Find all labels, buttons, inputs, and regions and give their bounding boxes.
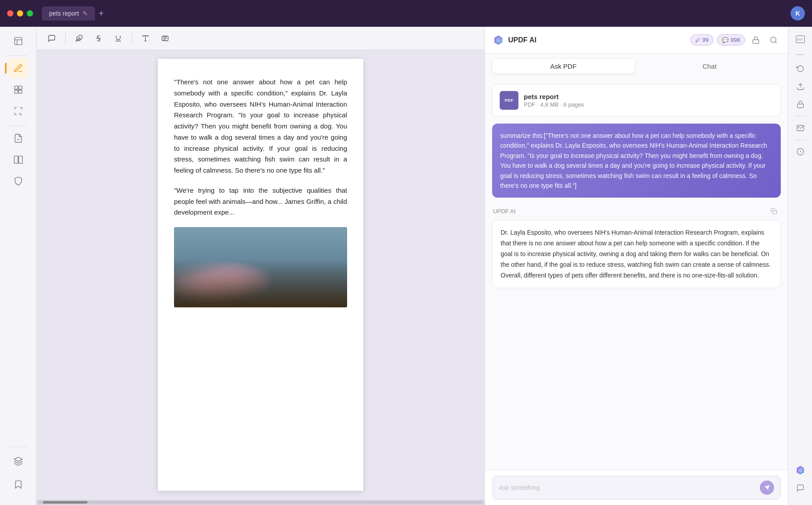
- pdf-container: "There's not one answer about how a pet …: [37, 27, 485, 505]
- pdf-page: "There's not one answer about how a pet …: [158, 59, 363, 491]
- right-icon-refresh[interactable]: [792, 61, 808, 77]
- toolbar-strikethrough-btn[interactable]: [91, 30, 107, 46]
- ai-credit-badge-1: 🖊 99: [690, 34, 713, 46]
- pdf-paragraph-1: "There's not one answer about how a pet …: [174, 77, 347, 176]
- right-icon-ocr[interactable]: OCR: [792, 31, 808, 47]
- sidebar-icon-organize[interactable]: [8, 80, 28, 99]
- svg-rect-3: [14, 86, 17, 89]
- toolbar-text-btn[interactable]: [137, 30, 153, 46]
- sidebar-icon-reader[interactable]: [8, 31, 28, 51]
- right-minus-1: —: [796, 50, 804, 58]
- sidebar-icon-annotate[interactable]: [8, 58, 28, 78]
- credit1-icon: 🖊: [695, 37, 700, 43]
- ai-panel: UPDF AI 🖊 99 💬 998: [485, 27, 788, 505]
- updf-ai-icon: [492, 34, 505, 46]
- ai-tabs: Ask PDF Chat: [485, 54, 788, 79]
- minimize-button[interactable]: [17, 10, 23, 17]
- svg-marker-10: [14, 457, 22, 461]
- right-icon-chat[interactable]: [792, 480, 808, 496]
- svg-rect-24: [773, 210, 776, 214]
- pdf-image-flowers: [174, 227, 347, 307]
- toolbar-divider-2: [132, 33, 132, 44]
- svg-line-23: [775, 41, 776, 43]
- toolbar-comment-btn[interactable]: [44, 30, 60, 46]
- left-sidebar: [0, 27, 37, 505]
- toolbar-divider-1: [65, 33, 66, 44]
- ai-credit-badge-2: 💬 998: [717, 34, 745, 46]
- titlebar: pets report ✎ + K: [0, 0, 812, 27]
- ai-file-meta: PDF · 4,8 MB · 6 pages: [524, 101, 773, 108]
- ai-response-container: UPDF AI Dr. Layla Esposito, who oversees…: [492, 205, 781, 288]
- ai-copy-button[interactable]: [767, 205, 780, 217]
- user-avatar[interactable]: K: [791, 6, 805, 21]
- sidebar-icon-extract[interactable]: [8, 128, 28, 148]
- right-icon-save[interactable]: [792, 144, 808, 160]
- sidebar-icon-redact[interactable]: [8, 171, 28, 191]
- ai-input-field[interactable]: [499, 484, 755, 491]
- sidebar-icon-merge[interactable]: [8, 101, 28, 121]
- ai-messages[interactable]: PDF pets report PDF · 4,8 MB · 6 pages s…: [485, 79, 788, 470]
- user-message: summarize this:["There's not one answer …: [492, 124, 781, 198]
- ai-header-right: 🖊 99 💬 998: [690, 33, 781, 47]
- credit1-value: 99: [702, 37, 708, 43]
- pdf-scrollbar-thumb[interactable]: [43, 501, 87, 504]
- right-divider-2: [794, 140, 807, 140]
- sidebar-icon-layers[interactable]: [8, 451, 28, 471]
- pdf-paragraph-2: "We're trying to tap into the subjective…: [174, 185, 347, 218]
- close-button[interactable]: [7, 10, 13, 17]
- toolbar-textbox-btn[interactable]: [157, 30, 173, 46]
- sidebar-divider-3: [9, 447, 27, 447]
- ai-input-area: [485, 470, 788, 505]
- credit2-value: 998: [730, 37, 740, 43]
- pdf-scrollbar-track: [38, 501, 483, 504]
- svg-point-22: [771, 37, 776, 42]
- svg-rect-8: [14, 156, 17, 164]
- right-icon-updf-logo[interactable]: [792, 462, 808, 478]
- right-sidebar: OCR —: [788, 27, 812, 505]
- toolbar-pen-btn[interactable]: [71, 30, 87, 46]
- pdf-scroll-area[interactable]: "There's not one answer about how a pet …: [37, 50, 485, 500]
- add-tab-button[interactable]: +: [99, 9, 104, 18]
- ai-file-card: PDF pets report PDF · 4,8 MB · 6 pages: [492, 84, 781, 116]
- tab-area: pets report ✎ +: [42, 6, 104, 21]
- svg-rect-0: [14, 37, 22, 45]
- sidebar-divider-2: [9, 125, 27, 126]
- svg-rect-21: [753, 40, 759, 43]
- sidebar-icon-compare[interactable]: [8, 150, 28, 170]
- tab-chat[interactable]: Chat: [638, 59, 781, 74]
- ai-response-label: UPDF AI: [493, 208, 516, 215]
- window-controls: [7, 10, 33, 17]
- ai-input-wrapper: [492, 476, 781, 500]
- svg-rect-4: [18, 86, 21, 89]
- ai-send-button[interactable]: [760, 480, 774, 495]
- svg-rect-5: [14, 90, 17, 93]
- svg-rect-9: [18, 156, 22, 164]
- ai-logo: UPDF AI: [492, 34, 536, 46]
- sidebar-bottom: [8, 444, 28, 501]
- tab-title: pets report: [49, 10, 79, 17]
- pdf-scrollbar[interactable]: [37, 500, 485, 505]
- ai-response-header: UPDF AI: [492, 205, 781, 217]
- tab-ask-pdf[interactable]: Ask PDF: [492, 59, 635, 74]
- svg-rect-6: [18, 90, 21, 93]
- tab-pets-report[interactable]: pets report ✎: [42, 6, 95, 21]
- right-divider-1: [794, 116, 807, 116]
- ai-search-btn[interactable]: [766, 33, 781, 47]
- edit-icon[interactable]: ✎: [83, 10, 88, 17]
- right-icon-export[interactable]: [792, 79, 808, 95]
- toolbar: [37, 27, 485, 50]
- right-sidebar-bottom: [792, 462, 808, 501]
- ai-file-name: pets report: [524, 93, 773, 100]
- right-icon-lock[interactable]: [792, 96, 808, 112]
- ai-title: UPDF AI: [508, 36, 536, 44]
- ai-file-info: pets report PDF · 4,8 MB · 6 pages: [524, 93, 773, 108]
- sidebar-icon-bookmark[interactable]: [8, 475, 28, 494]
- ai-file-pdf-icon: PDF: [500, 91, 518, 110]
- svg-rect-28: [797, 104, 804, 108]
- ai-response-content: Dr. Layla Esposito, who oversees NIH's H…: [492, 220, 781, 288]
- ai-lock-btn[interactable]: [749, 33, 763, 47]
- right-icon-email[interactable]: [792, 120, 808, 136]
- toolbar-underline-btn[interactable]: [110, 30, 126, 46]
- sidebar-divider-1: [9, 55, 27, 56]
- maximize-button[interactable]: [27, 10, 33, 17]
